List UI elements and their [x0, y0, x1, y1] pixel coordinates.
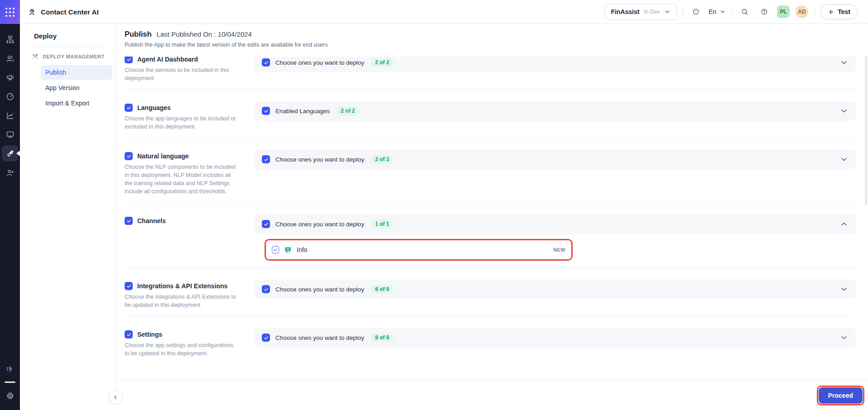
section-title: Integrations & API Extensions	[137, 282, 227, 290]
panel-label: Choose ones you want to deploy	[275, 156, 364, 163]
top-bar: Contact Center AI FinAssist In Dev En	[20, 0, 868, 24]
section-description: Choose the NLP components to be included…	[125, 163, 240, 195]
new-badge: NEW	[553, 247, 565, 253]
app-launcher-button[interactable]	[0, 0, 20, 24]
page-header: Publish Last Published On : 10/04/2024 P…	[116, 24, 868, 48]
checkbox-checked[interactable]	[125, 282, 133, 290]
chevron-down-icon[interactable]	[839, 155, 849, 164]
chip-settings-icon[interactable]	[2, 387, 18, 404]
workflow-icon[interactable]	[2, 31, 18, 48]
accordion-header[interactable]: Choose ones you want to deploy 2 of 2	[255, 57, 856, 72]
checkbox-checked[interactable]	[125, 57, 133, 63]
checkbox-checked[interactable]	[262, 107, 270, 115]
rail-indicator	[5, 381, 15, 383]
pl-badge[interactable]: PL	[777, 5, 790, 18]
section-integrations: Integrations & API Extensions Choose the…	[125, 268, 856, 316]
section-title: Languages	[137, 104, 171, 111]
chevron-down-icon	[719, 9, 726, 15]
checkbox-checked[interactable]	[125, 152, 133, 160]
page-title: Publish	[125, 30, 152, 38]
panel-label: Enabled Languages	[275, 108, 330, 114]
app-title: Contact Center AI	[41, 8, 99, 16]
scrollbar[interactable]	[865, 56, 867, 205]
sidebar-title: Deploy	[20, 24, 115, 46]
accordion-header[interactable]: Choose ones you want to deploy 8 of 8	[255, 328, 856, 348]
app-launcher-icon	[5, 8, 14, 17]
sidebar-collapse-button[interactable]	[108, 390, 123, 405]
section-title: Settings	[137, 331, 162, 338]
sections-list: Agent AI Dashboard Choose the services t…	[116, 57, 868, 380]
channel-item-info[interactable]: Info NEW	[266, 240, 571, 259]
deploy-management-group: DEPLOY MANAGEMENT	[20, 46, 115, 64]
play-icon	[828, 9, 834, 15]
chevron-down-icon[interactable]	[839, 333, 849, 342]
locale-target-icon[interactable]	[689, 5, 703, 19]
accordion-header[interactable]: Enabled Languages 2 of 2	[255, 101, 856, 121]
flash-automation-icon[interactable]	[2, 361, 18, 377]
accordion-header-expanded[interactable]: Choose ones you want to deploy 1 of 1	[255, 214, 856, 234]
checkbox-checked[interactable]	[125, 217, 133, 225]
highlight-annotation: Info NEW	[265, 239, 573, 261]
checkbox-outline-checked[interactable]	[272, 246, 279, 253]
channel-label: Info	[297, 246, 307, 253]
divider	[814, 7, 815, 17]
panel-label: Choose ones you want to deploy	[275, 59, 364, 66]
analytics-icon[interactable]	[2, 107, 18, 124]
chevron-down-icon[interactable]	[839, 285, 849, 294]
headset-agent-icon	[27, 7, 37, 17]
highlight-annotation: Proceed	[817, 386, 864, 405]
help-icon[interactable]	[757, 5, 771, 19]
sidebar-item-publish[interactable]: Publish	[41, 65, 112, 80]
panel-label: Choose ones you want to deploy	[275, 286, 364, 293]
section-agent-ai-dashboard: Agent AI Dashboard Choose the services t…	[125, 57, 856, 90]
language-label: En	[709, 8, 716, 15]
count-badge: 8 of 8	[371, 333, 394, 342]
count-badge: 2 of 2	[371, 155, 394, 164]
checkbox-checked[interactable]	[262, 155, 270, 163]
chevron-down-icon[interactable]	[839, 58, 849, 67]
brand: Contact Center AI	[27, 7, 99, 17]
divider	[732, 7, 732, 17]
checkbox-checked[interactable]	[262, 285, 270, 293]
tools-icon	[32, 53, 39, 60]
sidebar-item-import-export[interactable]: Import & Export	[41, 96, 112, 110]
users-icon[interactable]	[2, 50, 18, 67]
count-badge: 2 of 2	[336, 106, 359, 115]
section-settings: Settings Choose the app settings and con…	[125, 316, 856, 365]
test-button-label: Test	[838, 8, 850, 15]
gauge-icon[interactable]	[2, 88, 18, 105]
icon-rail	[0, 0, 20, 410]
accordion-header[interactable]: Choose ones you want to deploy 6 of 6	[255, 279, 856, 299]
checkbox-checked[interactable]	[262, 58, 270, 67]
chevron-left-icon	[112, 394, 119, 400]
checkbox-checked[interactable]	[262, 334, 270, 342]
user-add-icon[interactable]	[2, 164, 18, 181]
group-label: DEPLOY MANAGEMENT	[43, 54, 105, 59]
accordion-header[interactable]: Choose ones you want to deploy 2 of 2	[255, 149, 856, 169]
megaphone-icon[interactable]	[2, 69, 18, 86]
search-icon[interactable]	[738, 5, 752, 19]
section-title: Channels	[137, 217, 166, 224]
bot-selector[interactable]: FinAssist In Dev	[604, 4, 677, 20]
checkbox-checked[interactable]	[125, 104, 133, 112]
proceed-button[interactable]: Proceed	[819, 387, 863, 404]
section-natural-language: Natural language Choose the NLP componen…	[125, 138, 856, 203]
chevron-down-icon[interactable]	[839, 106, 849, 115]
checkbox-checked[interactable]	[262, 220, 270, 228]
divider	[683, 7, 683, 17]
monitor-icon[interactable]	[2, 126, 18, 143]
section-channels: Channels Choose ones you want to deploy …	[125, 203, 856, 268]
page-subtitle: Publish the App to make the latest versi…	[125, 42, 856, 48]
sidebar-item-app-version[interactable]: App Version	[41, 81, 112, 95]
chevron-up-icon[interactable]	[839, 219, 849, 229]
deploy-rocket-icon[interactable]	[2, 145, 18, 162]
main-panel: Publish Last Published On : 10/04/2024 P…	[116, 24, 868, 410]
section-title: Natural language	[137, 153, 189, 160]
chevron-down-icon	[664, 9, 670, 15]
language-selector[interactable]: En	[709, 8, 726, 15]
bot-name: FinAssist	[611, 8, 639, 15]
ad-avatar[interactable]: AD	[796, 5, 808, 18]
checkbox-checked[interactable]	[125, 330, 133, 338]
test-button[interactable]: Test	[820, 4, 858, 19]
section-description: Choose the services to be included in th…	[125, 66, 240, 82]
